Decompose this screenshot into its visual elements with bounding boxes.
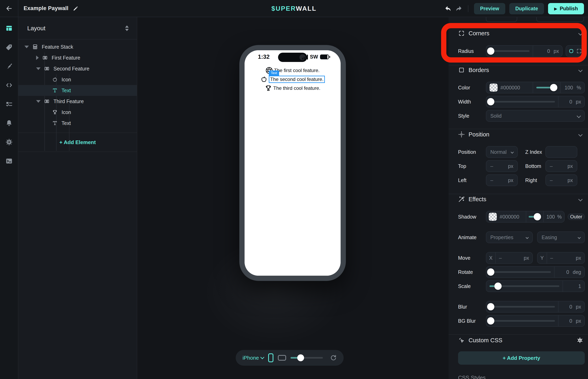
rail-item-products[interactable] <box>5 44 13 51</box>
position-mode-select[interactable]: Normal <box>486 146 518 158</box>
rail-item-theme[interactable] <box>5 63 13 70</box>
border-color-control: #000000 100 % <box>486 82 585 94</box>
rail-item-rules[interactable] <box>5 100 13 108</box>
orientation-landscape-button[interactable] <box>278 355 286 361</box>
selected-text-element[interactable]: Text The second cool feature. <box>269 76 325 83</box>
zoom-slider-thumb[interactable] <box>297 354 304 361</box>
tree-row-text-third[interactable]: Text <box>18 118 137 128</box>
top-input[interactable]: – px <box>486 160 518 172</box>
custom-css-section-header[interactable]: Custom CSS <box>458 334 585 346</box>
tree-row-feature-stack[interactable]: Feature Stack <box>18 41 137 52</box>
blur-slider[interactable] <box>490 306 555 308</box>
caret-down-icon[interactable] <box>36 100 41 103</box>
back-button[interactable] <box>0 0 18 17</box>
shadow-color-swatch-cell[interactable]: #000000 <box>486 211 526 222</box>
slider-thumb[interactable] <box>487 47 494 55</box>
feature-row-selected[interactable]: Text The second cool feature. <box>260 75 325 84</box>
caret-right-icon[interactable] <box>36 56 39 60</box>
undo-button[interactable] <box>445 5 451 12</box>
blur-value-cell[interactable]: 0 px <box>558 301 584 312</box>
move-y-input[interactable]: Y – px <box>537 252 585 264</box>
zindex-input[interactable] <box>545 146 577 158</box>
chevron-down-icon[interactable] <box>578 31 583 35</box>
rotate-value-cell[interactable]: 0 deg <box>554 267 584 278</box>
caret-down-icon[interactable] <box>36 67 41 70</box>
tree-row-icon-second[interactable]: Icon <box>18 74 137 85</box>
border-opacity-slider[interactable] <box>536 87 557 88</box>
rail-item-code[interactable] <box>5 81 13 89</box>
effects-section-header[interactable]: Effects <box>458 193 585 205</box>
corners-section-header[interactable]: Corners <box>458 28 585 39</box>
radius-value-cell[interactable]: 0 px <box>533 46 562 57</box>
slider-thumb[interactable] <box>487 303 494 310</box>
layout-icon <box>5 24 13 32</box>
move-x-input[interactable]: X – px <box>486 252 533 264</box>
position-section-header[interactable]: Position <box>458 128 585 140</box>
feature-row[interactable]: The third cool feature. <box>265 84 320 93</box>
bg-blur-value-cell[interactable]: 0 px <box>558 316 584 326</box>
slider-thumb[interactable] <box>550 84 557 91</box>
scale-slider[interactable] <box>490 285 559 287</box>
rename-button[interactable] <box>73 6 78 11</box>
rotate-slider[interactable] <box>490 271 551 273</box>
tree-row-text-second-selected[interactable]: Text <box>18 85 137 96</box>
rail-item-notifications[interactable] <box>5 119 13 127</box>
duplicate-button[interactable]: Duplicate <box>509 3 544 14</box>
right-input[interactable]: – px <box>545 174 577 186</box>
border-opacity-value-cell[interactable]: 100 % <box>560 82 584 93</box>
color-swatch[interactable] <box>490 83 498 92</box>
device-select[interactable]: iPhone <box>243 355 264 361</box>
shadow-opacity-slider[interactable] <box>529 216 541 218</box>
chevron-down-icon[interactable] <box>578 68 583 72</box>
publish-button[interactable]: ▶ Publish <box>548 3 584 14</box>
sort-icon[interactable] <box>125 25 129 31</box>
shadow-mode-button[interactable]: Outer <box>568 214 585 220</box>
tree-row-first-feature[interactable]: First Feature <box>18 52 137 63</box>
border-width-value-cell[interactable]: 0 px <box>558 96 584 107</box>
canvas[interactable]: 1:32 SW The first cool feature. <box>137 17 449 379</box>
chevron-down-icon[interactable] <box>578 132 583 136</box>
section-divider <box>449 194 588 194</box>
scale-value-cell[interactable]: 1 <box>563 281 584 292</box>
tree-row-second-feature[interactable]: Second Feature <box>18 63 137 74</box>
border-style-select[interactable]: Solid <box>486 110 585 122</box>
css-settings-gear-icon[interactable] <box>577 337 583 344</box>
caret-down-icon[interactable] <box>24 46 29 48</box>
radius-slider[interactable] <box>490 50 529 52</box>
device-screen[interactable]: 1:32 SW The first cool feature. <box>245 50 340 276</box>
tree-row-icon-third[interactable]: Icon <box>18 107 137 118</box>
feature-text[interactable]: The first cool feature. <box>274 68 319 73</box>
zoom-slider[interactable] <box>291 357 323 359</box>
slider-thumb[interactable] <box>534 213 541 220</box>
slider-thumb[interactable] <box>487 268 494 276</box>
radius-each-corner-button[interactable] <box>576 48 582 54</box>
animate-easing-select[interactable]: Easing <box>537 232 585 243</box>
add-element-button[interactable]: + Add Element <box>18 133 137 152</box>
rail-item-layout[interactable] <box>5 25 13 32</box>
redo-button[interactable] <box>455 5 462 12</box>
rail-item-settings[interactable] <box>5 139 13 146</box>
preview-button[interactable]: Preview <box>474 3 505 14</box>
feature-text[interactable]: The third cool feature. <box>273 85 320 91</box>
slider-thumb[interactable] <box>487 317 494 325</box>
rail-item-console[interactable] <box>5 158 13 165</box>
device-preview[interactable]: 1:32 SW The first cool feature. <box>239 45 346 281</box>
scale-slider-cell <box>486 281 563 292</box>
color-swatch[interactable] <box>489 213 497 221</box>
border-width-slider[interactable] <box>490 101 555 103</box>
tree-row-third-feature[interactable]: Third Feature <box>18 96 137 107</box>
borders-section-header[interactable]: Borders <box>458 64 585 76</box>
orientation-portrait-button[interactable] <box>268 353 273 362</box>
bg-blur-slider[interactable] <box>490 320 555 322</box>
border-color-swatch-cell[interactable]: #000000 <box>486 82 533 93</box>
animate-properties-select[interactable]: Properties <box>486 232 533 243</box>
reset-zoom-icon[interactable] <box>330 354 337 362</box>
bottom-input[interactable]: – px <box>545 160 577 172</box>
shadow-opacity-value-cell[interactable]: 100 % <box>543 211 564 222</box>
chevron-down-icon[interactable] <box>578 197 583 201</box>
slider-thumb[interactable] <box>487 98 494 105</box>
slider-thumb[interactable] <box>494 283 502 290</box>
add-property-button[interactable]: + Add Property <box>458 351 585 365</box>
radius-all-corners-button[interactable] <box>568 48 574 54</box>
left-input[interactable]: – px <box>486 174 518 186</box>
